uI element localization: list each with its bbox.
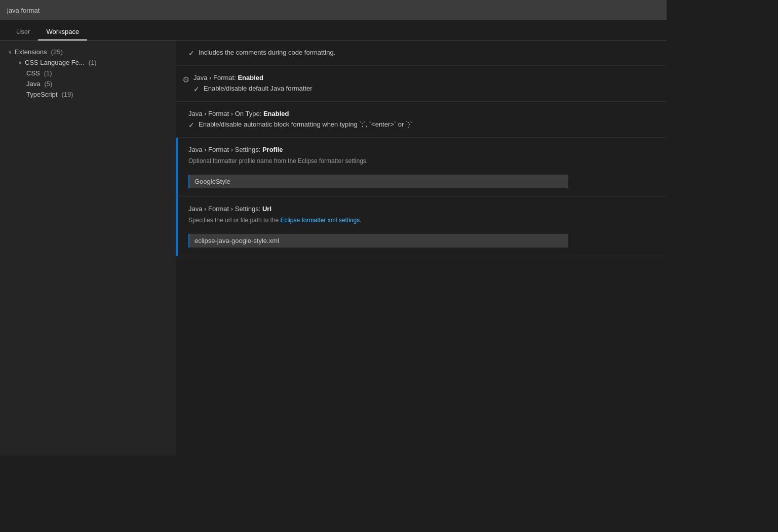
url-input[interactable] <box>188 234 568 248</box>
chevron-down-icon: ∨ <box>18 60 22 65</box>
tabs-container: User Workspace <box>0 20 667 40</box>
setting-title: Java › Format › Settings: Url <box>188 205 654 213</box>
setting-inner: Java › Format: Enabled ✓ Enable/disable … <box>193 74 654 93</box>
setting-java-format-on-type: Java › Format › On Type: Enabled ✓ Enabl… <box>176 102 667 138</box>
settings-content: ✓ Includes the comments during code form… <box>176 40 667 456</box>
setting-comments-formatting: ✓ Includes the comments during code form… <box>176 40 667 66</box>
sidebar-item-java[interactable]: Java (5) <box>0 78 176 89</box>
setting-title: Java › Format: Enabled <box>193 74 654 81</box>
setting-title: Java › Format › Settings: Profile <box>188 146 654 153</box>
sidebar-item-extensions[interactable]: ∨ Extensions (25) <box>0 47 176 57</box>
main-layout: ∨ Extensions (25) ∨ CSS Language Fe... (… <box>0 40 667 456</box>
checkbox-row: ✓ Includes the comments during code form… <box>188 49 654 57</box>
setting-java-format-enabled: ⚙ Java › Format: Enabled ✓ Enable/disabl… <box>176 66 667 102</box>
eclipse-formatter-link[interactable]: Eclipse formatter xml settings <box>280 217 360 224</box>
setting-java-format-profile: Java › Format › Settings: Profile Option… <box>176 138 667 197</box>
url-desc-before: Specifies the url or file path to the <box>188 217 280 224</box>
java-format-enabled-label: Enable/disable default Java formatter <box>204 85 313 92</box>
tab-user[interactable]: User <box>8 24 38 40</box>
gear-icon[interactable]: ⚙ <box>182 75 189 85</box>
java-format-on-type-label: Enable/disable automatic block formattin… <box>199 120 412 128</box>
setting-java-format-url: Java › Format › Settings: Url Specifies … <box>176 197 667 256</box>
sidebar-item-css[interactable]: CSS (1) <box>0 68 176 78</box>
check-icon: ✓ <box>188 121 194 129</box>
setting-desc: Specifies the url or file path to the Ec… <box>188 216 654 225</box>
sidebar-item-css-language-fe[interactable]: ∨ CSS Language Fe... (1) <box>0 57 176 68</box>
sidebar-item-typescript[interactable]: TypeScript (19) <box>0 89 176 100</box>
tab-workspace[interactable]: Workspace <box>38 24 87 40</box>
profile-input[interactable] <box>188 175 568 188</box>
checkbox-row: ✓ Enable/disable automatic block formatt… <box>188 120 654 129</box>
comments-formatting-label: Includes the comments during code format… <box>199 49 335 56</box>
check-icon: ✓ <box>193 85 200 93</box>
setting-desc: Optional formatter profile name from the… <box>188 156 654 166</box>
setting-title: Java › Format › On Type: Enabled <box>188 110 654 117</box>
url-desc-after: . <box>360 217 361 224</box>
checkbox-row: ✓ Enable/disable default Java formatter <box>193 85 654 93</box>
search-value: java.format <box>7 7 40 14</box>
check-icon: ✓ <box>188 49 194 57</box>
search-bar: java.format <box>0 0 667 20</box>
chevron-down-icon: ∨ <box>8 49 12 55</box>
sidebar: ∨ Extensions (25) ∨ CSS Language Fe... (… <box>0 40 176 456</box>
